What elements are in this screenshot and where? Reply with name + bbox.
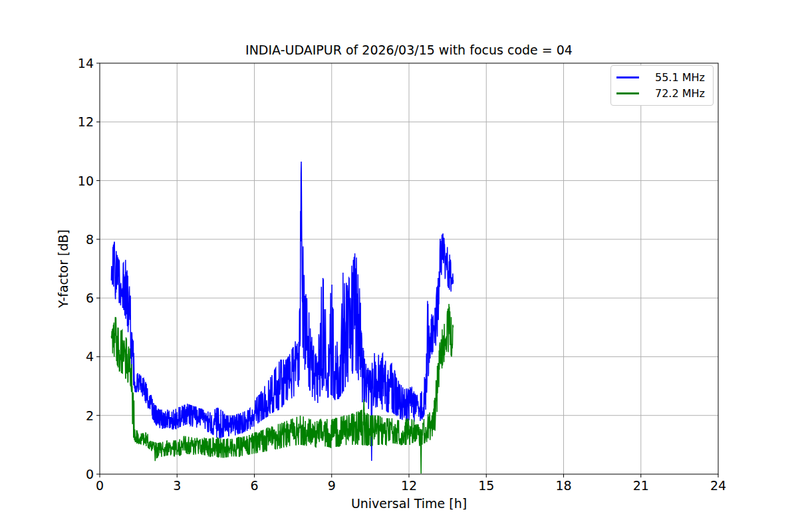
x-axis-label: Universal Time [h] <box>100 496 718 511</box>
y-axis-label: Y-factor [dB] <box>56 229 70 308</box>
y-tick-label: 10 <box>78 174 94 188</box>
figure: INDIA-UDAIPUR of 2026/03/15 with focus c… <box>0 0 798 532</box>
x-tick-label: 9 <box>328 478 336 493</box>
legend-entry: 72.2 MHz <box>616 87 708 100</box>
y-tick-label: 6 <box>86 291 94 305</box>
y-tick-label: 0 <box>86 467 94 481</box>
y-tick-label: 4 <box>86 349 94 364</box>
x-tick-label: 6 <box>250 478 258 493</box>
legend-entry: 55.1 MHz <box>616 71 708 84</box>
chart-title: INDIA-UDAIPUR of 2026/03/15 with focus c… <box>100 42 718 58</box>
y-tick-label: 14 <box>78 56 94 70</box>
x-tick-label: 18 <box>555 478 571 493</box>
y-tick-label: 8 <box>86 232 94 247</box>
x-tick-label: 0 <box>96 478 104 493</box>
legend-label: 55.1 MHz <box>655 71 705 84</box>
x-tick-label: 3 <box>173 478 181 493</box>
x-tick-label: 24 <box>710 478 726 493</box>
legend: 55.1 MHz72.2 MHz <box>610 65 714 106</box>
y-tick-label: 2 <box>86 408 94 423</box>
x-tick-label: 21 <box>633 478 649 493</box>
legend-line-swatch <box>616 92 639 94</box>
x-tick-label: 12 <box>401 478 417 493</box>
x-tick-label: 15 <box>478 478 494 493</box>
y-tick-label: 12 <box>78 114 94 129</box>
series-55-1-mhz <box>111 162 453 461</box>
legend-label: 72.2 MHz <box>655 87 705 100</box>
legend-line-swatch <box>616 76 639 78</box>
